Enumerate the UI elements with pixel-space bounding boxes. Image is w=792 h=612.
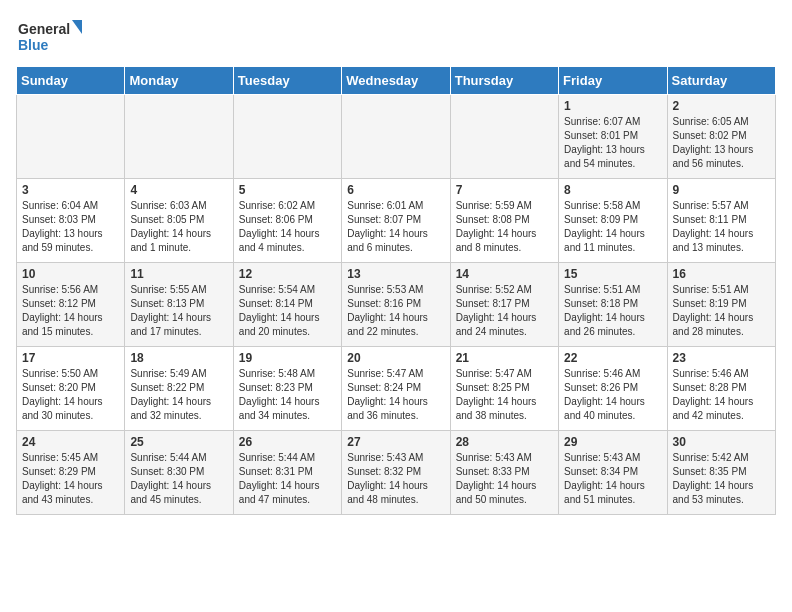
day-number: 25 — [130, 435, 227, 449]
day-info: Sunrise: 5:43 AM Sunset: 8:34 PM Dayligh… — [564, 451, 661, 507]
day-info: Sunrise: 5:43 AM Sunset: 8:32 PM Dayligh… — [347, 451, 444, 507]
day-number: 1 — [564, 99, 661, 113]
day-info: Sunrise: 5:49 AM Sunset: 8:22 PM Dayligh… — [130, 367, 227, 423]
svg-text:General: General — [18, 21, 70, 37]
weekday-header-friday: Friday — [559, 67, 667, 95]
day-number: 3 — [22, 183, 119, 197]
day-number: 5 — [239, 183, 336, 197]
day-info: Sunrise: 5:55 AM Sunset: 8:13 PM Dayligh… — [130, 283, 227, 339]
calendar-cell: 29Sunrise: 5:43 AM Sunset: 8:34 PM Dayli… — [559, 431, 667, 515]
calendar-cell: 24Sunrise: 5:45 AM Sunset: 8:29 PM Dayli… — [17, 431, 125, 515]
weekday-header-wednesday: Wednesday — [342, 67, 450, 95]
day-info: Sunrise: 5:58 AM Sunset: 8:09 PM Dayligh… — [564, 199, 661, 255]
calendar-cell — [233, 95, 341, 179]
day-number: 27 — [347, 435, 444, 449]
day-info: Sunrise: 6:01 AM Sunset: 8:07 PM Dayligh… — [347, 199, 444, 255]
calendar-cell — [450, 95, 558, 179]
day-info: Sunrise: 5:46 AM Sunset: 8:26 PM Dayligh… — [564, 367, 661, 423]
calendar-cell: 1Sunrise: 6:07 AM Sunset: 8:01 PM Daylig… — [559, 95, 667, 179]
day-number: 28 — [456, 435, 553, 449]
svg-marker-2 — [72, 20, 82, 34]
calendar-week-1: 1Sunrise: 6:07 AM Sunset: 8:01 PM Daylig… — [17, 95, 776, 179]
weekday-header-saturday: Saturday — [667, 67, 775, 95]
svg-text:Blue: Blue — [18, 37, 49, 53]
day-info: Sunrise: 5:46 AM Sunset: 8:28 PM Dayligh… — [673, 367, 770, 423]
day-number: 20 — [347, 351, 444, 365]
calendar-cell: 7Sunrise: 5:59 AM Sunset: 8:08 PM Daylig… — [450, 179, 558, 263]
logo-svg: General Blue — [16, 16, 86, 58]
day-number: 11 — [130, 267, 227, 281]
calendar-cell: 23Sunrise: 5:46 AM Sunset: 8:28 PM Dayli… — [667, 347, 775, 431]
calendar-cell: 18Sunrise: 5:49 AM Sunset: 8:22 PM Dayli… — [125, 347, 233, 431]
day-info: Sunrise: 5:57 AM Sunset: 8:11 PM Dayligh… — [673, 199, 770, 255]
day-number: 12 — [239, 267, 336, 281]
day-info: Sunrise: 5:45 AM Sunset: 8:29 PM Dayligh… — [22, 451, 119, 507]
calendar-cell: 20Sunrise: 5:47 AM Sunset: 8:24 PM Dayli… — [342, 347, 450, 431]
day-info: Sunrise: 5:51 AM Sunset: 8:19 PM Dayligh… — [673, 283, 770, 339]
calendar-cell — [125, 95, 233, 179]
day-info: Sunrise: 5:42 AM Sunset: 8:35 PM Dayligh… — [673, 451, 770, 507]
calendar-cell: 4Sunrise: 6:03 AM Sunset: 8:05 PM Daylig… — [125, 179, 233, 263]
weekday-header-monday: Monday — [125, 67, 233, 95]
day-number: 6 — [347, 183, 444, 197]
calendar-cell: 10Sunrise: 5:56 AM Sunset: 8:12 PM Dayli… — [17, 263, 125, 347]
calendar-week-2: 3Sunrise: 6:04 AM Sunset: 8:03 PM Daylig… — [17, 179, 776, 263]
day-number: 7 — [456, 183, 553, 197]
day-number: 13 — [347, 267, 444, 281]
day-info: Sunrise: 5:51 AM Sunset: 8:18 PM Dayligh… — [564, 283, 661, 339]
day-info: Sunrise: 5:50 AM Sunset: 8:20 PM Dayligh… — [22, 367, 119, 423]
calendar-week-3: 10Sunrise: 5:56 AM Sunset: 8:12 PM Dayli… — [17, 263, 776, 347]
calendar-cell: 15Sunrise: 5:51 AM Sunset: 8:18 PM Dayli… — [559, 263, 667, 347]
day-number: 4 — [130, 183, 227, 197]
day-info: Sunrise: 6:03 AM Sunset: 8:05 PM Dayligh… — [130, 199, 227, 255]
calendar-cell: 22Sunrise: 5:46 AM Sunset: 8:26 PM Dayli… — [559, 347, 667, 431]
day-number: 17 — [22, 351, 119, 365]
calendar-cell — [342, 95, 450, 179]
day-info: Sunrise: 5:59 AM Sunset: 8:08 PM Dayligh… — [456, 199, 553, 255]
day-number: 22 — [564, 351, 661, 365]
weekday-header-thursday: Thursday — [450, 67, 558, 95]
day-info: Sunrise: 5:43 AM Sunset: 8:33 PM Dayligh… — [456, 451, 553, 507]
weekday-header-sunday: Sunday — [17, 67, 125, 95]
day-number: 15 — [564, 267, 661, 281]
day-number: 24 — [22, 435, 119, 449]
day-number: 16 — [673, 267, 770, 281]
day-info: Sunrise: 6:02 AM Sunset: 8:06 PM Dayligh… — [239, 199, 336, 255]
day-info: Sunrise: 5:52 AM Sunset: 8:17 PM Dayligh… — [456, 283, 553, 339]
day-number: 30 — [673, 435, 770, 449]
calendar-cell: 11Sunrise: 5:55 AM Sunset: 8:13 PM Dayli… — [125, 263, 233, 347]
day-number: 18 — [130, 351, 227, 365]
day-info: Sunrise: 5:47 AM Sunset: 8:25 PM Dayligh… — [456, 367, 553, 423]
day-info: Sunrise: 6:04 AM Sunset: 8:03 PM Dayligh… — [22, 199, 119, 255]
day-info: Sunrise: 5:44 AM Sunset: 8:31 PM Dayligh… — [239, 451, 336, 507]
calendar-cell: 28Sunrise: 5:43 AM Sunset: 8:33 PM Dayli… — [450, 431, 558, 515]
day-info: Sunrise: 6:05 AM Sunset: 8:02 PM Dayligh… — [673, 115, 770, 171]
calendar-cell: 16Sunrise: 5:51 AM Sunset: 8:19 PM Dayli… — [667, 263, 775, 347]
day-number: 23 — [673, 351, 770, 365]
weekday-header-tuesday: Tuesday — [233, 67, 341, 95]
calendar-cell — [17, 95, 125, 179]
logo: General Blue — [16, 16, 86, 58]
day-number: 8 — [564, 183, 661, 197]
calendar-cell: 26Sunrise: 5:44 AM Sunset: 8:31 PM Dayli… — [233, 431, 341, 515]
calendar-cell: 30Sunrise: 5:42 AM Sunset: 8:35 PM Dayli… — [667, 431, 775, 515]
calendar-week-5: 24Sunrise: 5:45 AM Sunset: 8:29 PM Dayli… — [17, 431, 776, 515]
calendar-cell: 3Sunrise: 6:04 AM Sunset: 8:03 PM Daylig… — [17, 179, 125, 263]
calendar-cell: 9Sunrise: 5:57 AM Sunset: 8:11 PM Daylig… — [667, 179, 775, 263]
calendar-cell: 13Sunrise: 5:53 AM Sunset: 8:16 PM Dayli… — [342, 263, 450, 347]
day-info: Sunrise: 5:44 AM Sunset: 8:30 PM Dayligh… — [130, 451, 227, 507]
calendar-cell: 8Sunrise: 5:58 AM Sunset: 8:09 PM Daylig… — [559, 179, 667, 263]
day-info: Sunrise: 5:53 AM Sunset: 8:16 PM Dayligh… — [347, 283, 444, 339]
day-number: 10 — [22, 267, 119, 281]
day-info: Sunrise: 5:56 AM Sunset: 8:12 PM Dayligh… — [22, 283, 119, 339]
day-number: 9 — [673, 183, 770, 197]
day-number: 14 — [456, 267, 553, 281]
calendar-cell: 17Sunrise: 5:50 AM Sunset: 8:20 PM Dayli… — [17, 347, 125, 431]
day-number: 29 — [564, 435, 661, 449]
calendar-cell: 14Sunrise: 5:52 AM Sunset: 8:17 PM Dayli… — [450, 263, 558, 347]
calendar-cell: 19Sunrise: 5:48 AM Sunset: 8:23 PM Dayli… — [233, 347, 341, 431]
calendar-cell: 25Sunrise: 5:44 AM Sunset: 8:30 PM Dayli… — [125, 431, 233, 515]
calendar-cell: 5Sunrise: 6:02 AM Sunset: 8:06 PM Daylig… — [233, 179, 341, 263]
calendar-cell: 2Sunrise: 6:05 AM Sunset: 8:02 PM Daylig… — [667, 95, 775, 179]
calendar-cell: 12Sunrise: 5:54 AM Sunset: 8:14 PM Dayli… — [233, 263, 341, 347]
